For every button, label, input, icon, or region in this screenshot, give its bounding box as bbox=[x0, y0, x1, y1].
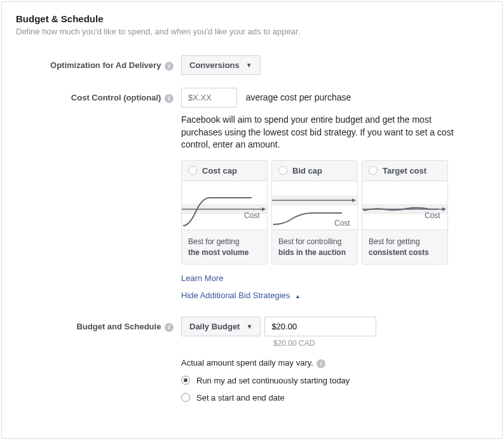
schedule-startend-radio[interactable]: Set a start and end date bbox=[181, 393, 488, 402]
card-graph: Cost bbox=[272, 181, 357, 230]
info-icon[interactable]: i bbox=[165, 94, 174, 103]
link-row: Learn More Hide Additional Bid Strategie… bbox=[181, 273, 488, 304]
card-title: Cost cap bbox=[202, 166, 237, 175]
svg-text:Cost: Cost bbox=[334, 219, 350, 228]
card-graph: Cost bbox=[362, 181, 447, 230]
budget-schedule-row: Budget and Schedule i Daily Budget ▼ $20… bbox=[16, 317, 488, 402]
optimization-select[interactable]: Conversions ▼ bbox=[181, 55, 261, 75]
svg-text:Cost: Cost bbox=[425, 211, 440, 220]
card-desc1: Best for getting bbox=[188, 237, 240, 246]
radio-icon bbox=[369, 166, 378, 175]
budget-type-select[interactable]: Daily Budget ▼ bbox=[181, 317, 261, 336]
budget-label: Budget and Schedule bbox=[76, 322, 161, 331]
radio-icon bbox=[181, 376, 190, 385]
schedule-continuous-label: Run my ad set continuously starting toda… bbox=[196, 376, 350, 385]
card-graph: Cost bbox=[182, 181, 267, 230]
radio-icon bbox=[181, 393, 190, 402]
budget-type-value: Daily Budget bbox=[189, 322, 240, 331]
caret-down-icon: ▼ bbox=[246, 62, 252, 69]
hide-strategies-label: Hide Additional Bid Strategies bbox=[181, 291, 290, 300]
card-desc2: consistent costs bbox=[369, 247, 441, 258]
strategy-cards: Cost cap Cost Best for getting t bbox=[181, 160, 488, 265]
card-desc2: the most volume bbox=[188, 247, 261, 258]
budget-amount-input[interactable] bbox=[264, 317, 376, 336]
card-desc1: Best for controlling bbox=[278, 237, 341, 246]
cost-control-help: Facebook will aim to spend your entire b… bbox=[181, 114, 454, 151]
radio-icon bbox=[278, 166, 287, 175]
info-icon[interactable]: i bbox=[165, 62, 174, 71]
card-head: Target cost bbox=[362, 161, 447, 181]
card-desc2: bids in the auction bbox=[278, 247, 351, 258]
card-foot: Best for getting the most volume bbox=[182, 230, 267, 265]
budget-converted: $20.00 CAD bbox=[273, 339, 488, 348]
vary-text: Actual amount spent daily may vary. bbox=[181, 358, 313, 368]
info-icon[interactable]: i bbox=[165, 323, 174, 332]
cost-control-ctrl: average cost per purchase Facebook will … bbox=[181, 88, 488, 304]
schedule-continuous-radio[interactable]: Run my ad set continuously starting toda… bbox=[181, 376, 488, 385]
card-head: Bid cap bbox=[272, 161, 357, 181]
card-foot: Best for getting consistent costs bbox=[362, 230, 447, 265]
budget-schedule-panel: Budget & Schedule Define how much you'd … bbox=[1, 1, 503, 439]
section-title: Budget & Schedule bbox=[16, 13, 488, 24]
cost-control-label: Cost Control (optional) bbox=[71, 93, 161, 102]
card-desc1: Best for getting bbox=[369, 237, 420, 246]
cost-control-row: Cost Control (optional) i average cost p… bbox=[16, 88, 488, 304]
optimization-value: Conversions bbox=[189, 60, 240, 70]
info-icon[interactable]: i bbox=[317, 359, 325, 368]
caret-up-icon: ▲ bbox=[295, 293, 301, 299]
learn-more-link[interactable]: Learn More bbox=[181, 273, 223, 283]
vary-text-row: Actual amount spent daily may vary. i bbox=[181, 358, 488, 368]
strategy-card-cost-cap[interactable]: Cost cap Cost Best for getting t bbox=[181, 160, 268, 265]
optimization-label-col: Optimization for Ad Delivery i bbox=[16, 55, 181, 75]
svg-text:Cost: Cost bbox=[244, 211, 260, 220]
cost-control-input[interactable] bbox=[181, 88, 237, 107]
strategy-card-target-cost[interactable]: Target cost Cost Best for getting bbox=[362, 160, 448, 265]
hide-strategies-link[interactable]: Hide Additional Bid Strategies ▲ bbox=[181, 291, 301, 300]
card-foot: Best for controlling bids in the auction bbox=[272, 230, 357, 265]
budget-ctrl: Daily Budget ▼ $20.00 CAD Actual amount … bbox=[181, 317, 488, 402]
schedule-startend-label: Set a start and end date bbox=[196, 393, 285, 402]
radio-icon bbox=[188, 166, 197, 175]
strategy-card-bid-cap[interactable]: Bid cap Cost Best for controlling bbox=[271, 160, 358, 265]
cost-control-inline: average cost per purchase bbox=[246, 92, 351, 102]
card-head: Cost cap bbox=[182, 161, 267, 181]
optimization-row: Optimization for Ad Delivery i Conversio… bbox=[16, 55, 488, 75]
cost-control-label-col: Cost Control (optional) i bbox=[16, 88, 181, 304]
card-title: Target cost bbox=[383, 166, 426, 175]
caret-down-icon: ▼ bbox=[246, 323, 252, 330]
section-subtitle: Define how much you'd like to spend, and… bbox=[16, 27, 488, 36]
budget-label-col: Budget and Schedule i bbox=[16, 317, 181, 402]
optimization-ctrl: Conversions ▼ bbox=[181, 55, 488, 75]
card-title: Bid cap bbox=[292, 166, 322, 175]
optimization-label: Optimization for Ad Delivery bbox=[50, 60, 161, 70]
